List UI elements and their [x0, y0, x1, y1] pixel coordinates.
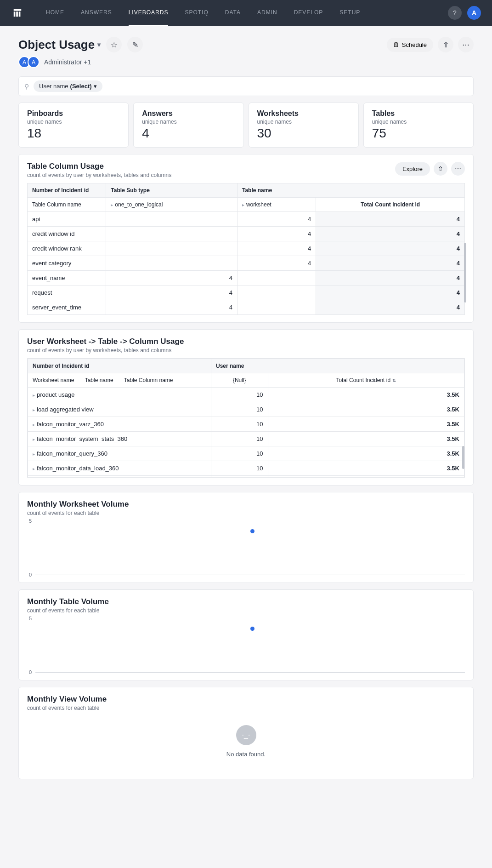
table-row[interactable]: event_name 4 4 — [28, 271, 465, 286]
card-title: User Worksheet -> Table -> Column Usage — [27, 337, 465, 346]
empty-face-icon: ·_· — [236, 725, 256, 745]
nav-develop[interactable]: DEVELOP — [294, 0, 323, 26]
cell-value — [237, 300, 316, 315]
cell-total: 3.5K — [268, 476, 464, 478]
table-row[interactable]: ▸product usage 10 3.5K — [28, 388, 464, 402]
table-row[interactable]: api 4 4 — [28, 212, 465, 227]
table-row[interactable]: ▸load aggregated view 10 3.5K — [28, 402, 464, 417]
table-row[interactable]: ▸falcon_monitor_query_360 10 3.5K — [28, 446, 464, 461]
col-incident: Number of Incident id — [28, 359, 211, 373]
more-button[interactable]: ⋯ — [451, 162, 465, 176]
schedule-button[interactable]: 🗓 Schedule — [387, 38, 433, 52]
kpi-pinboards[interactable]: Pinboards unique names 18 — [18, 103, 129, 148]
y-tick: 5 — [29, 616, 32, 621]
kpi-value: 18 — [27, 126, 120, 141]
kpi-title: Tables — [372, 109, 465, 118]
scrollbar[interactable] — [464, 243, 466, 303]
table-row[interactable]: server_event_time 4 4 — [28, 300, 465, 315]
expand-icon[interactable]: ▸ — [33, 407, 35, 412]
author-avatars[interactable]: A A — [18, 56, 40, 68]
card-monthly-worksheet-volume: Monthly Worksheet Volume count of events… — [18, 492, 474, 583]
kpi-tables[interactable]: Tables unique names 75 — [363, 103, 474, 148]
filter-icon[interactable]: ⚲ — [24, 83, 29, 90]
filter-chip-label: User name — [39, 83, 68, 90]
cell-total: 3.5K — [268, 446, 464, 461]
total-col-header[interactable]: Total Count Incident id⇅ — [268, 373, 464, 388]
row-name: credit window id — [28, 227, 106, 241]
help-button[interactable]: ? — [448, 6, 462, 20]
nav-liveboards[interactable]: LIVEBOARDS — [129, 0, 169, 26]
table-row[interactable]: request 4 4 — [28, 286, 465, 300]
nav-data[interactable]: DATA — [225, 0, 241, 26]
table-row[interactable]: ▸falcon_monitor_data_load_360 10 3.5K — [28, 461, 464, 476]
explore-button[interactable]: Explore — [395, 162, 430, 176]
cell-value: 10 — [211, 446, 268, 461]
cell-value — [106, 256, 238, 271]
more-button[interactable]: ⋯ — [458, 37, 474, 52]
user-avatar[interactable]: A — [467, 6, 481, 20]
col-subtype: Table Sub type — [106, 183, 238, 198]
table-row[interactable]: ▸discover monitoring data 10 3.5K — [28, 476, 464, 478]
table-row[interactable]: ▸falcon_monitor_varz_360 10 3.5K — [28, 417, 464, 432]
more-icon: ⋯ — [462, 40, 469, 49]
kpi-sub: unique names — [142, 119, 235, 125]
chart-area[interactable]: 5 0 — [35, 520, 465, 575]
pivot-label: worksheet — [246, 201, 271, 208]
sh-worksheet: Worksheet name — [33, 377, 74, 383]
cell-value — [106, 241, 238, 256]
nav-spotiq[interactable]: SPOTIQ — [185, 0, 208, 26]
table-column-usage-table[interactable]: Number of Incident id Table Sub type Tab… — [27, 183, 465, 315]
table-row[interactable]: event category 4 4 — [28, 256, 465, 271]
pivot-col[interactable]: ▸worksheet — [237, 198, 316, 212]
table-row[interactable]: credit window rank 4 4 — [28, 241, 465, 256]
sh-table: Table name — [85, 377, 113, 383]
cell-value: 4 — [106, 300, 238, 315]
data-point[interactable] — [250, 627, 254, 631]
expand-icon[interactable]: ▸ — [33, 437, 35, 442]
row-name: api — [28, 212, 106, 227]
nav-setup[interactable]: SETUP — [339, 0, 360, 26]
share-icon: ⇧ — [438, 165, 443, 172]
favorite-button[interactable]: ☆ — [106, 37, 122, 52]
logo[interactable] — [11, 6, 24, 19]
data-point[interactable] — [250, 529, 254, 533]
share-button[interactable]: ⇧ — [434, 162, 447, 176]
expand-icon[interactable]: ▸ — [33, 393, 35, 398]
cell-total: 4 — [316, 286, 465, 300]
row-name: ▸falcon_monitor_data_load_360 — [28, 461, 211, 476]
chart-area[interactable]: 5 0 — [35, 617, 465, 673]
nav-answers[interactable]: ANSWERS — [81, 0, 112, 26]
expand-icon: ▸ — [111, 202, 113, 207]
avatar: A — [28, 56, 40, 68]
expand-icon[interactable]: ▸ — [33, 466, 35, 471]
page-title[interactable]: Object Usage ▾ — [18, 38, 101, 52]
edit-button[interactable]: ✎ — [127, 37, 143, 52]
col-incident: Number of Incident id — [28, 183, 106, 198]
scrollbar[interactable] — [462, 446, 464, 469]
cell-total: 4 — [316, 256, 465, 271]
total-label: Total Count Incident id — [336, 377, 390, 383]
cell-value — [106, 227, 238, 241]
kpi-sub: unique names — [257, 119, 350, 125]
table-row[interactable]: ▸falcon_monitor_system_stats_360 10 3.5K — [28, 432, 464, 446]
cell-total: 4 — [316, 300, 465, 315]
kpi-title: Worksheets — [257, 109, 350, 118]
nav-admin[interactable]: ADMIN — [257, 0, 277, 26]
share-button[interactable]: ⇧ — [438, 37, 453, 52]
expand-icon[interactable]: ▸ — [33, 451, 35, 457]
nav-home[interactable]: HOME — [46, 0, 64, 26]
kpi-answers[interactable]: Answers unique names 4 — [133, 103, 243, 148]
pivot-col[interactable]: ▸one_to_one_logical — [106, 198, 238, 212]
table-row[interactable]: credit window id 4 4 — [28, 227, 465, 241]
row-name: ▸discover monitoring data — [28, 476, 211, 478]
expand-icon[interactable]: ▸ — [33, 422, 35, 427]
cell-value: 10 — [211, 388, 268, 402]
kpi-worksheets[interactable]: Worksheets unique names 30 — [249, 103, 359, 148]
kpi-sub: unique names — [372, 119, 465, 125]
kpi-value: 4 — [142, 126, 235, 141]
card-subtitle: count of events for each table — [27, 510, 465, 516]
user-worksheet-table[interactable]: Number of Incident id User name Workshee… — [28, 359, 464, 478]
filter-chip-username[interactable]: User name (Select) ▾ — [34, 80, 102, 92]
y-tick: 0 — [29, 572, 32, 577]
cell-value: 10 — [211, 417, 268, 432]
